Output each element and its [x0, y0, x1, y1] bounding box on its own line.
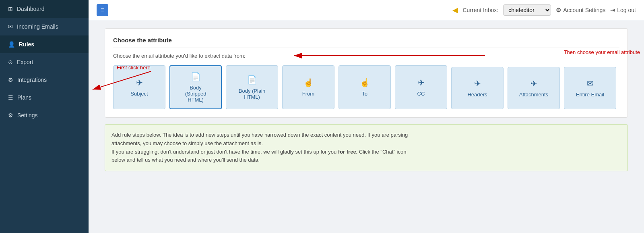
content-area: First click here Then choose your email … — [89, 20, 644, 233]
body-plain-icon: 📄 — [247, 75, 257, 85]
info-box: Add rule steps below. The idea is to add… — [105, 124, 628, 171]
inbox-selector[interactable]: chiefeditor — [503, 4, 551, 16]
card-title: Choose the attribute — [113, 37, 619, 48]
attr-btn-body-plain[interactable]: 📄 Body (Plain HTML) — [226, 65, 278, 109]
sidebar-item-settings[interactable]: ⚙ Settings — [0, 106, 89, 124]
info-text-3: If you are struggling, don't understand … — [111, 149, 338, 155]
dashboard-icon: ⊞ — [8, 6, 13, 12]
from-icon: ☝ — [303, 78, 314, 87]
sidebar-item-integrations[interactable]: ⚙ Integrations — [0, 71, 89, 89]
attachments-icon: ✈ — [530, 79, 537, 88]
annotation-first-click: First click here — [117, 64, 151, 71]
attribute-grid: ✈ Subject 📄 Body(StrippedHTML) 📄 Body (P… — [113, 65, 619, 109]
sidebar-item-incoming-emails[interactable]: ✉ Incoming Emails — [0, 18, 89, 35]
logout-icon: ⇥ — [610, 7, 615, 13]
rules-icon: 👤 — [8, 41, 15, 48]
attr-btn-entire-email[interactable]: ✉ Entire Email — [564, 67, 616, 109]
main-area: ≡ ◀ Current Inbox: chiefeditor ⚙ Account… — [89, 0, 644, 233]
gear-icon: ⚙ — [556, 6, 561, 14]
subject-icon: ✈ — [136, 78, 143, 87]
account-settings-link[interactable]: ⚙ Account Settings — [556, 6, 605, 14]
topbar-right: ◀ Current Inbox: chiefeditor ⚙ Account S… — [452, 4, 636, 16]
info-text-5: below and tell us what you need and wher… — [111, 157, 260, 163]
info-text-free: for free. — [338, 149, 357, 155]
attr-btn-headers[interactable]: ✈ Headers — [451, 67, 504, 109]
info-text-4: Click the "Chat" icon — [357, 149, 406, 155]
settings-icon: ⚙ — [8, 112, 13, 119]
entire-email-icon: ✉ — [587, 79, 594, 88]
sidebar-item-plans[interactable]: ☰ Plans — [0, 89, 89, 106]
info-text-1: Add rule steps below. The idea is to add… — [111, 132, 408, 138]
headers-icon: ✈ — [474, 79, 481, 88]
attr-btn-to[interactable]: ☝ To — [339, 65, 391, 109]
attr-btn-subject[interactable]: ✈ Subject — [113, 65, 165, 109]
sidebar-item-rules[interactable]: 👤 Rules — [0, 35, 89, 53]
attr-btn-from[interactable]: ☝ From — [282, 65, 334, 109]
sidebar: ⊞ Dashboard ✉ Incoming Emails 👤 Rules ⊙ … — [0, 0, 89, 233]
integrations-icon: ⚙ — [8, 77, 13, 83]
filter-icon: ◀ — [452, 6, 458, 15]
attr-btn-cc[interactable]: ✈ CC — [395, 65, 447, 109]
cc-icon: ✈ — [418, 78, 425, 87]
attr-btn-body-stripped[interactable]: 📄 Body(StrippedHTML) — [169, 65, 222, 109]
to-icon: ☝ — [360, 78, 370, 87]
sidebar-item-dashboard[interactable]: ⊞ Dashboard — [0, 0, 89, 18]
sidebar-item-export[interactable]: ⊙ Export — [0, 53, 89, 71]
email-icon: ✉ — [8, 23, 13, 30]
attr-btn-attachments[interactable]: ✈ Attachments — [508, 67, 560, 109]
topbar: ≡ ◀ Current Inbox: chiefeditor ⚙ Account… — [89, 0, 644, 20]
logout-link[interactable]: ⇥ Log out — [610, 7, 636, 13]
plans-icon: ☰ — [8, 94, 13, 101]
info-text-2: attachments, you may choose to simply us… — [111, 140, 263, 146]
card-subtitle: Choose the email attribute you'd like to… — [113, 53, 619, 59]
body-stripped-icon: 📄 — [191, 72, 201, 81]
attribute-card: Choose the attribute Choose the email at… — [105, 28, 628, 118]
hamburger-button[interactable]: ≡ — [97, 4, 108, 16]
export-icon: ⊙ — [8, 59, 13, 65]
current-inbox-label: Current Inbox: — [463, 7, 499, 13]
annotation-then-choose: Then choose your email attribute — [564, 49, 640, 55]
